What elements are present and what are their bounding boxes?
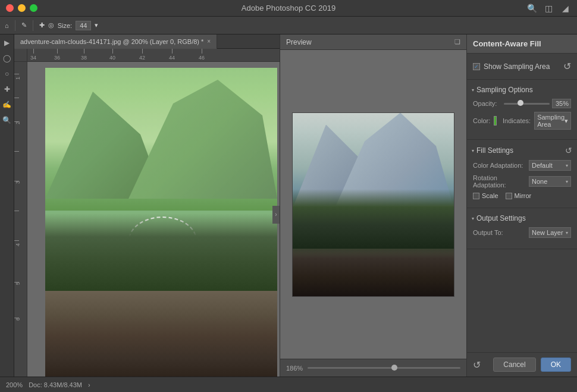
rotation-adaptation-dropdown[interactable]: None ▾ bbox=[529, 176, 571, 187]
minimize-button[interactable] bbox=[18, 4, 26, 12]
healing-tool[interactable]: ○ bbox=[1, 68, 13, 80]
sampling-options-header[interactable]: ▾ Sampling Options bbox=[467, 83, 577, 96]
ruler-label: 5 bbox=[15, 282, 21, 285]
rotation-adaptation-row: Rotation Adaptation: None ▾ bbox=[473, 174, 571, 189]
tool-icon-home[interactable]: ⌂ bbox=[5, 22, 9, 29]
color-swatch[interactable] bbox=[494, 116, 497, 126]
lasso-tool[interactable]: ◯ bbox=[1, 52, 13, 64]
color-adaptation-row: Color Adaptation: Default ▾ bbox=[473, 160, 571, 171]
fill-settings-header[interactable]: ▾ Fill Settings ↺ bbox=[467, 143, 577, 158]
zoom-tool[interactable]: 🔍 bbox=[1, 114, 13, 126]
canvas-expand-arrow[interactable]: › bbox=[272, 206, 280, 224]
output-settings-header[interactable]: ▾ Output Settings bbox=[467, 212, 577, 225]
fill-settings-content: Color Adaptation: Default ▾ Rotation Ada… bbox=[467, 158, 577, 204]
panel-action-buttons: Cancel OK bbox=[493, 357, 571, 372]
output-to-arrow: ▾ bbox=[566, 230, 568, 236]
fill-settings-arrow: ▾ bbox=[472, 148, 474, 153]
photo-container bbox=[45, 68, 277, 377]
move-tool[interactable]: ✚ bbox=[1, 83, 13, 95]
doc-size-arrow[interactable]: › bbox=[88, 381, 90, 388]
output-settings-content: Output To: New Layer ▾ bbox=[467, 225, 577, 245]
size-arrow[interactable]: ▾ bbox=[95, 21, 98, 29]
scale-checkbox[interactable] bbox=[473, 193, 479, 199]
output-to-label: Output To: bbox=[473, 229, 526, 236]
sampling-options-section: ▾ Sampling Options Opacity: 35% Color: I… bbox=[467, 80, 577, 140]
panel-reset-icon[interactable]: ↺ bbox=[473, 359, 481, 371]
ruler-tick bbox=[14, 98, 19, 98]
ruler-label: 3 bbox=[15, 181, 21, 184]
doc-tab[interactable]: adventure-calm-clouds-414171.jpg @ 200% … bbox=[14, 35, 217, 49]
fill-settings-section: ▾ Fill Settings ↺ Color Adaptation: Defa… bbox=[467, 140, 577, 208]
indicates-dropdown[interactable]: Sampling Area ▾ bbox=[534, 112, 571, 130]
show-sampling-label: Show Sampling Area bbox=[484, 62, 550, 71]
output-settings-arrow: ▾ bbox=[472, 216, 474, 221]
ruler-tick bbox=[14, 211, 19, 211]
preview-header: Preview ❏ bbox=[280, 35, 466, 50]
panel-spacer bbox=[467, 249, 577, 352]
mirror-label: Mirror bbox=[515, 192, 532, 199]
bottom-bar: 200% Doc: 8.43M/8.43M › bbox=[0, 377, 577, 392]
left-toolbar: ▶ ◯ ○ ✚ ✍ 🔍 bbox=[0, 35, 14, 377]
preview-photo bbox=[292, 112, 454, 297]
preview-foreground bbox=[293, 249, 454, 296]
ok-button[interactable]: OK bbox=[541, 357, 571, 372]
opacity-label: Opacity: bbox=[473, 100, 501, 107]
doc-tab-filename: adventure-calm-clouds-414171.jpg @ 200% … bbox=[20, 38, 203, 45]
toolbar-separator-2 bbox=[33, 20, 33, 31]
panel-actions: ↺ Cancel OK bbox=[467, 353, 577, 377]
opacity-thumb[interactable] bbox=[518, 100, 523, 106]
close-button[interactable] bbox=[6, 4, 14, 12]
zoom-value: 186% bbox=[286, 365, 303, 372]
scale-label: Scale bbox=[482, 192, 498, 199]
opacity-row: Opacity: 35% bbox=[473, 99, 571, 108]
opacity-value[interactable]: 35% bbox=[552, 99, 571, 108]
ruler-tick bbox=[112, 49, 113, 54]
arrange-icon[interactable]: ◢ bbox=[559, 2, 571, 14]
new-doc-icon[interactable]: ✚ bbox=[39, 21, 45, 29]
hand-tool[interactable]: ✍ bbox=[1, 99, 13, 111]
show-sampling-checkbox[interactable] bbox=[473, 63, 480, 70]
preview-panel: Preview ❏ 186% bbox=[280, 35, 467, 377]
tool-circle-icon[interactable]: ◎ bbox=[48, 21, 54, 29]
horizontal-ruler: 34 36 38 40 42 44 46 bbox=[27, 49, 280, 62]
color-row: Color: Indicates: Sampling Area ▾ bbox=[473, 112, 571, 130]
indicates-arrow: ▾ bbox=[565, 117, 568, 125]
ruler-tick bbox=[33, 49, 34, 54]
app-title: Adobe Photoshop CC 2019 bbox=[242, 4, 335, 12]
show-sampling-reset[interactable]: ↺ bbox=[563, 61, 571, 72]
vertical-ruler: 1 2 3 4 5 6 bbox=[14, 62, 27, 377]
tool-icon-brush[interactable]: ✎ bbox=[21, 21, 27, 29]
zoom-slider[interactable] bbox=[308, 367, 460, 369]
foreground bbox=[45, 291, 277, 377]
fill-settings-reset[interactable]: ↺ bbox=[565, 146, 572, 155]
color-adaptation-dropdown[interactable]: Default ▾ bbox=[529, 160, 571, 171]
workspace-icon[interactable]: ◫ bbox=[542, 2, 554, 14]
doc-tab-close[interactable]: × bbox=[207, 38, 211, 45]
preview-trees bbox=[293, 189, 454, 249]
cancel-button[interactable]: Cancel bbox=[493, 357, 535, 372]
trees-area bbox=[45, 214, 277, 291]
search-icon[interactable]: 🔍 bbox=[526, 2, 538, 14]
output-settings-title: Output Settings bbox=[476, 214, 526, 222]
size-value[interactable]: 44 bbox=[76, 21, 91, 30]
select-tool[interactable]: ▶ bbox=[1, 37, 13, 49]
rotation-adaptation-label: Rotation Adaptation: bbox=[473, 174, 526, 189]
ruler-label: 42 bbox=[139, 55, 145, 61]
ruler-tick bbox=[84, 49, 84, 54]
sampling-options-content: Opacity: 35% Color: Indicates: Sampling … bbox=[467, 96, 577, 136]
preview-controls: 186% bbox=[280, 359, 466, 377]
maximize-button[interactable] bbox=[30, 4, 37, 12]
rotation-adaptation-value: None bbox=[532, 178, 547, 185]
opacity-slider[interactable] bbox=[504, 103, 550, 105]
photo-background bbox=[45, 68, 277, 377]
sampling-options-arrow: ▾ bbox=[472, 87, 474, 93]
ruler-corner bbox=[14, 49, 27, 62]
zoom-thumb[interactable] bbox=[391, 365, 397, 371]
ruler-tick bbox=[14, 151, 19, 152]
preview-close-icon[interactable]: ❏ bbox=[454, 38, 460, 46]
sampling-options-title: Sampling Options bbox=[476, 86, 533, 94]
main-layout: ▶ ◯ ○ ✚ ✍ 🔍 adventure-calm-clouds-414171… bbox=[0, 35, 577, 377]
ruler-tick bbox=[202, 49, 202, 54]
output-to-dropdown[interactable]: New Layer ▾ bbox=[529, 227, 571, 238]
mirror-checkbox[interactable] bbox=[506, 193, 512, 199]
